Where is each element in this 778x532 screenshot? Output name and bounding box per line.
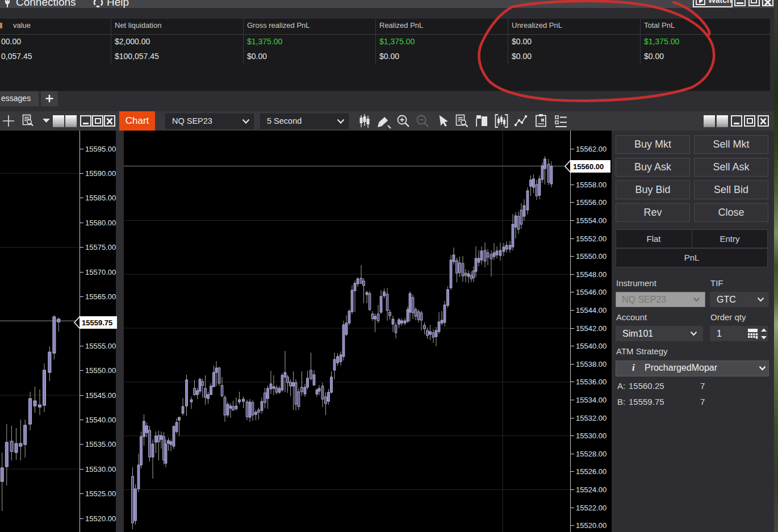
svg-text:15560.00: 15560.00 [573, 162, 604, 171]
svg-text:15559.75: 15559.75 [82, 319, 112, 327]
